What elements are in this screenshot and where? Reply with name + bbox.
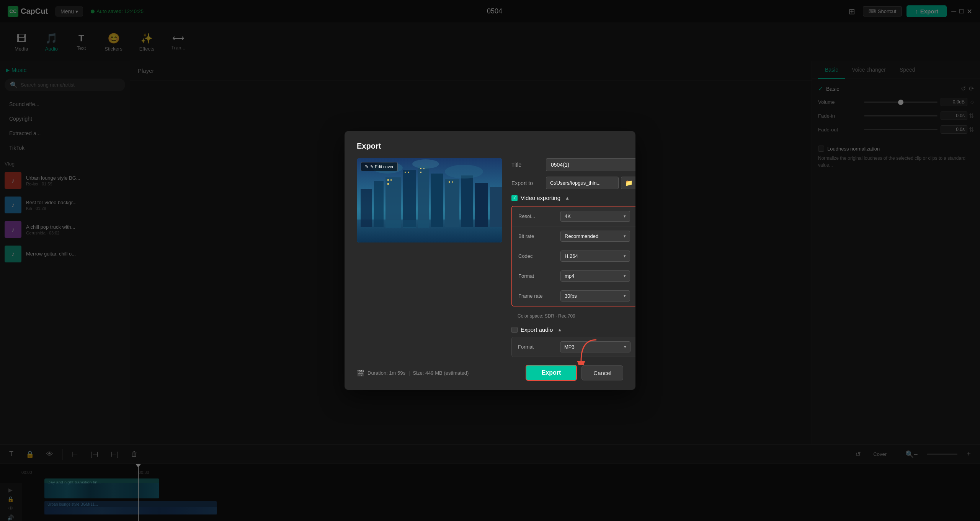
resolution-select[interactable]: 4K ▾: [560, 211, 630, 222]
export-settings-panel: Resol... 4K ▾ Bit rate Recommended ▾: [511, 206, 635, 306]
svg-rect-6: [418, 166, 429, 227]
modal-overlay[interactable]: Export: [0, 0, 980, 521]
video-section-chevron[interactable]: ▲: [565, 195, 570, 201]
resolution-row: Resol... 4K ▾: [512, 206, 635, 226]
svg-rect-24: [418, 220, 429, 228]
framerate-value: 30fps: [565, 293, 577, 299]
audio-settings-panel: Format MP3 ▾: [511, 337, 635, 357]
duration-text: Duration: 1m 59s: [368, 370, 405, 376]
svg-rect-8: [445, 179, 459, 227]
bitrate-chevron: ▾: [624, 234, 626, 239]
file-icon: 🎬: [357, 369, 364, 377]
format-chevron: ▾: [624, 274, 626, 279]
audio-format-label: Format: [518, 344, 560, 350]
modal-footer: 🎬 Duration: 1m 59s | Size: 449 MB (estim…: [357, 365, 623, 381]
export-path-row: 📁: [546, 177, 635, 189]
svg-rect-13: [390, 179, 392, 181]
audio-export-label: Export audio: [521, 326, 553, 333]
codec-select[interactable]: H.264 ▾: [560, 251, 630, 262]
preview-image: ✎ ✎ Edit cover: [357, 158, 502, 242]
audio-format-row: Format MP3 ▾: [512, 337, 635, 357]
svg-rect-7: [431, 174, 443, 227]
separator: |: [408, 370, 410, 376]
edit-cover-button[interactable]: ✎ ✎ Edit cover: [361, 162, 398, 171]
modal-body: ✎ ✎ Edit cover Title Export to 📁: [357, 158, 623, 357]
color-space-text: Color space: SDR · Rec.709: [511, 311, 635, 323]
video-exporting-checkbox[interactable]: ✓: [511, 195, 518, 201]
svg-rect-15: [405, 172, 406, 173]
size-text: Size: 449 MB (estimated): [413, 370, 469, 376]
cancel-button[interactable]: Cancel: [581, 365, 623, 380]
svg-rect-4: [385, 177, 401, 227]
audio-format-chevron: ▾: [624, 344, 626, 349]
bitrate-select[interactable]: Recommended ▾: [560, 231, 630, 242]
svg-rect-3: [374, 181, 384, 227]
export-modal: Export: [345, 131, 635, 390]
svg-point-26: [445, 165, 483, 179]
video-exporting-label: Video exporting: [521, 195, 560, 201]
framerate-select[interactable]: 30fps ▾: [560, 290, 630, 301]
audio-format-value: MP3: [564, 344, 575, 350]
svg-point-27: [412, 159, 439, 169]
codec-value: H.264: [565, 253, 578, 259]
codec-label: Codec: [518, 253, 560, 259]
export-modal-button[interactable]: Export: [526, 365, 577, 381]
file-info: 🎬 Duration: 1m 59s | Size: 449 MB (estim…: [357, 369, 469, 377]
audio-export-section: Export audio ▲ Format MP3 ▾: [511, 326, 635, 357]
export-path-input[interactable]: [546, 177, 619, 189]
framerate-chevron: ▾: [624, 293, 626, 298]
format-row: Format mp4 ▾: [512, 266, 635, 286]
edit-icon: ✎: [365, 164, 369, 169]
bitrate-label: Bit rate: [518, 233, 560, 239]
codec-chevron: ▾: [624, 254, 626, 259]
svg-rect-22: [385, 220, 401, 228]
modal-form: Title Export to 📁 ✓ Video exporting ▲: [511, 158, 635, 357]
edit-cover-label: ✎ Edit cover: [370, 164, 394, 169]
bitrate-value: Recommended: [565, 233, 598, 239]
framerate-row: Frame rate 30fps ▾: [512, 286, 635, 306]
video-exporting-header: ✓ Video exporting ▲: [511, 195, 635, 201]
svg-rect-9: [461, 175, 473, 227]
svg-rect-19: [420, 172, 421, 173]
folder-button[interactable]: 📁: [621, 177, 635, 189]
footer-buttons: Export Cancel: [526, 365, 623, 381]
svg-rect-14: [387, 183, 389, 185]
audio-section-header: Export audio ▲: [511, 326, 635, 333]
audio-export-checkbox[interactable]: [511, 327, 518, 333]
svg-rect-16: [408, 172, 409, 173]
title-input[interactable]: [546, 158, 635, 171]
audio-section-chevron[interactable]: ▲: [557, 327, 562, 333]
export-to-label: Export to: [511, 180, 546, 186]
format-value: mp4: [565, 273, 574, 279]
svg-rect-21: [452, 181, 453, 183]
bitrate-row: Bit rate Recommended ▾: [512, 226, 635, 246]
modal-title: Export: [357, 142, 623, 151]
title-row: Title: [511, 158, 635, 171]
svg-rect-20: [449, 181, 450, 183]
svg-rect-5: [403, 170, 416, 227]
svg-rect-2: [361, 189, 372, 227]
export-to-row: Export to 📁: [511, 177, 635, 189]
title-label: Title: [511, 162, 546, 168]
format-label: Format: [518, 273, 560, 279]
svg-rect-10: [475, 183, 488, 227]
svg-rect-23: [403, 220, 416, 228]
svg-rect-12: [387, 179, 389, 181]
format-select[interactable]: mp4 ▾: [560, 270, 630, 282]
resolution-chevron: ▾: [624, 214, 626, 219]
resolution-label: Resol...: [518, 213, 560, 219]
framerate-label: Frame rate: [518, 293, 560, 299]
resolution-value: 4K: [565, 213, 571, 219]
codec-row: Codec H.264 ▾: [512, 246, 635, 266]
svg-rect-11: [490, 187, 502, 227]
modal-preview: ✎ ✎ Edit cover: [357, 158, 502, 357]
arrow-indicator: [577, 338, 600, 365]
